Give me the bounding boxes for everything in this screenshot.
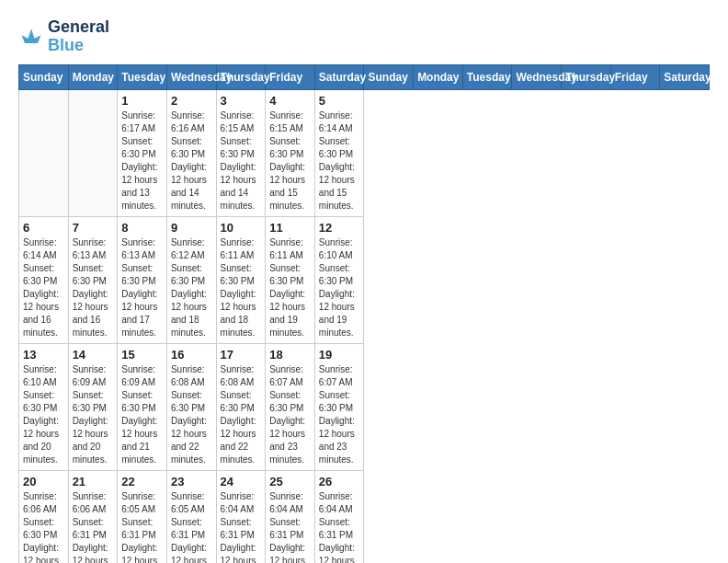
calendar-table: SundayMondayTuesdayWednesdayThursdayFrid…: [18, 64, 710, 563]
day-detail: Sunrise: 6:12 AM Sunset: 6:30 PM Dayligh…: [171, 236, 212, 339]
weekday-header-tuesday: Tuesday: [462, 64, 512, 89]
weekday-header-tuesday: Tuesday: [118, 64, 167, 89]
day-number: 3: [221, 94, 262, 108]
day-number: 12: [319, 221, 360, 235]
day-number: 15: [121, 348, 163, 362]
day-detail: Sunrise: 6:14 AM Sunset: 6:30 PM Dayligh…: [319, 109, 360, 213]
day-number: 2: [171, 94, 212, 108]
calendar-cell: 11Sunrise: 6:11 AM Sunset: 6:30 PM Dayli…: [266, 216, 315, 343]
day-detail: Sunrise: 6:06 AM Sunset: 6:31 PM Dayligh…: [73, 490, 114, 563]
day-detail: Sunrise: 6:16 AM Sunset: 6:30 PM Dayligh…: [171, 109, 212, 213]
day-number: 4: [269, 94, 311, 108]
day-number: 14: [73, 348, 114, 362]
page-header: GeneralBlue: [18, 18, 710, 55]
calendar-week-3: 13Sunrise: 6:10 AM Sunset: 6:30 PM Dayli…: [19, 343, 710, 470]
day-number: 20: [23, 475, 64, 488]
day-detail: Sunrise: 6:05 AM Sunset: 6:31 PM Dayligh…: [171, 490, 212, 563]
weekday-header-friday: Friday: [266, 64, 315, 89]
calendar-week-1: 1Sunrise: 6:17 AM Sunset: 6:30 PM Daylig…: [19, 89, 710, 216]
day-number: 11: [269, 221, 311, 235]
calendar-header-row: SundayMondayTuesdayWednesdayThursdayFrid…: [19, 64, 710, 89]
calendar-cell: 17Sunrise: 6:08 AM Sunset: 6:30 PM Dayli…: [216, 343, 266, 470]
logo-icon: [18, 24, 44, 50]
calendar-cell: 20Sunrise: 6:06 AM Sunset: 6:30 PM Dayli…: [19, 470, 69, 563]
weekday-header-sunday: Sunday: [19, 64, 69, 89]
weekday-header-saturday: Saturday: [314, 64, 364, 89]
calendar-cell: [68, 89, 118, 216]
day-number: 21: [73, 475, 114, 488]
day-number: 9: [171, 221, 212, 235]
calendar-cell: 5Sunrise: 6:14 AM Sunset: 6:30 PM Daylig…: [314, 89, 364, 216]
weekday-header-friday: Friday: [610, 64, 660, 89]
day-detail: Sunrise: 6:05 AM Sunset: 6:31 PM Dayligh…: [121, 490, 163, 563]
day-number: 5: [319, 94, 360, 108]
calendar-cell: 2Sunrise: 6:16 AM Sunset: 6:30 PM Daylig…: [166, 89, 216, 216]
calendar-cell: 14Sunrise: 6:09 AM Sunset: 6:30 PM Dayli…: [68, 343, 118, 470]
calendar-cell: 7Sunrise: 6:13 AM Sunset: 6:30 PM Daylig…: [68, 216, 118, 343]
calendar-week-4: 20Sunrise: 6:06 AM Sunset: 6:30 PM Dayli…: [19, 470, 710, 563]
calendar-cell: 21Sunrise: 6:06 AM Sunset: 6:31 PM Dayli…: [68, 470, 118, 563]
calendar-week-2: 6Sunrise: 6:14 AM Sunset: 6:30 PM Daylig…: [19, 216, 710, 343]
day-detail: Sunrise: 6:15 AM Sunset: 6:30 PM Dayligh…: [269, 109, 311, 213]
calendar-cell: 3Sunrise: 6:15 AM Sunset: 6:30 PM Daylig…: [216, 89, 266, 216]
day-detail: Sunrise: 6:08 AM Sunset: 6:30 PM Dayligh…: [221, 363, 262, 466]
day-detail: Sunrise: 6:13 AM Sunset: 6:30 PM Dayligh…: [121, 236, 163, 339]
calendar-cell: 16Sunrise: 6:08 AM Sunset: 6:30 PM Dayli…: [166, 343, 216, 470]
day-number: 1: [121, 94, 163, 108]
day-detail: Sunrise: 6:09 AM Sunset: 6:30 PM Dayligh…: [73, 363, 114, 466]
weekday-header-sunday: Sunday: [364, 64, 414, 89]
day-number: 26: [319, 475, 360, 488]
logo-text: GeneralBlue: [48, 18, 109, 55]
day-number: 6: [23, 221, 64, 235]
day-detail: Sunrise: 6:13 AM Sunset: 6:30 PM Dayligh…: [73, 236, 114, 339]
calendar-cell: 8Sunrise: 6:13 AM Sunset: 6:30 PM Daylig…: [118, 216, 167, 343]
day-detail: Sunrise: 6:15 AM Sunset: 6:30 PM Dayligh…: [221, 109, 262, 213]
day-detail: Sunrise: 6:11 AM Sunset: 6:30 PM Dayligh…: [221, 236, 262, 339]
day-number: 18: [269, 348, 311, 362]
calendar-cell: 26Sunrise: 6:04 AM Sunset: 6:31 PM Dayli…: [314, 470, 364, 563]
day-detail: Sunrise: 6:14 AM Sunset: 6:30 PM Dayligh…: [23, 236, 64, 339]
day-detail: Sunrise: 6:10 AM Sunset: 6:30 PM Dayligh…: [23, 363, 64, 466]
day-number: 23: [171, 475, 212, 488]
day-detail: Sunrise: 6:04 AM Sunset: 6:31 PM Dayligh…: [269, 490, 311, 563]
calendar-cell: 18Sunrise: 6:07 AM Sunset: 6:30 PM Dayli…: [266, 343, 315, 470]
weekday-header-thursday: Thursday: [562, 64, 611, 89]
logo: GeneralBlue: [18, 18, 109, 55]
calendar-cell: 9Sunrise: 6:12 AM Sunset: 6:30 PM Daylig…: [166, 216, 216, 343]
day-number: 16: [171, 348, 212, 362]
day-detail: Sunrise: 6:04 AM Sunset: 6:31 PM Dayligh…: [221, 490, 262, 563]
calendar-cell: 10Sunrise: 6:11 AM Sunset: 6:30 PM Dayli…: [216, 216, 266, 343]
calendar-cell: 24Sunrise: 6:04 AM Sunset: 6:31 PM Dayli…: [216, 470, 266, 563]
weekday-header-monday: Monday: [414, 64, 463, 89]
day-detail: Sunrise: 6:04 AM Sunset: 6:31 PM Dayligh…: [319, 490, 360, 563]
day-detail: Sunrise: 6:17 AM Sunset: 6:30 PM Dayligh…: [121, 109, 163, 213]
day-detail: Sunrise: 6:07 AM Sunset: 6:30 PM Dayligh…: [269, 363, 311, 466]
weekday-header-wednesday: Wednesday: [166, 64, 216, 89]
day-number: 24: [221, 475, 262, 488]
calendar-cell: 22Sunrise: 6:05 AM Sunset: 6:31 PM Dayli…: [118, 470, 167, 563]
calendar-cell: 6Sunrise: 6:14 AM Sunset: 6:30 PM Daylig…: [19, 216, 69, 343]
day-detail: Sunrise: 6:11 AM Sunset: 6:30 PM Dayligh…: [269, 236, 311, 339]
day-number: 25: [269, 475, 311, 488]
calendar-cell: 23Sunrise: 6:05 AM Sunset: 6:31 PM Dayli…: [166, 470, 216, 563]
day-number: 13: [23, 348, 64, 362]
weekday-header-saturday: Saturday: [660, 64, 710, 89]
weekday-header-thursday: Thursday: [216, 64, 266, 89]
calendar-cell: 13Sunrise: 6:10 AM Sunset: 6:30 PM Dayli…: [19, 343, 69, 470]
calendar-cell: 25Sunrise: 6:04 AM Sunset: 6:31 PM Dayli…: [266, 470, 315, 563]
day-number: 17: [221, 348, 262, 362]
day-number: 22: [121, 475, 163, 488]
day-detail: Sunrise: 6:09 AM Sunset: 6:30 PM Dayligh…: [121, 363, 163, 466]
calendar-cell: 4Sunrise: 6:15 AM Sunset: 6:30 PM Daylig…: [266, 89, 315, 216]
day-number: 19: [319, 348, 360, 362]
calendar-cell: 19Sunrise: 6:07 AM Sunset: 6:30 PM Dayli…: [314, 343, 364, 470]
weekday-header-monday: Monday: [68, 64, 118, 89]
day-number: 7: [73, 221, 114, 235]
calendar-cell: 1Sunrise: 6:17 AM Sunset: 6:30 PM Daylig…: [118, 89, 167, 216]
weekday-header-wednesday: Wednesday: [512, 64, 562, 89]
calendar-cell: 15Sunrise: 6:09 AM Sunset: 6:30 PM Dayli…: [118, 343, 167, 470]
day-detail: Sunrise: 6:08 AM Sunset: 6:30 PM Dayligh…: [171, 363, 212, 466]
calendar-cell: 12Sunrise: 6:10 AM Sunset: 6:30 PM Dayli…: [314, 216, 364, 343]
day-detail: Sunrise: 6:07 AM Sunset: 6:30 PM Dayligh…: [319, 363, 360, 466]
calendar-cell: [19, 89, 69, 216]
